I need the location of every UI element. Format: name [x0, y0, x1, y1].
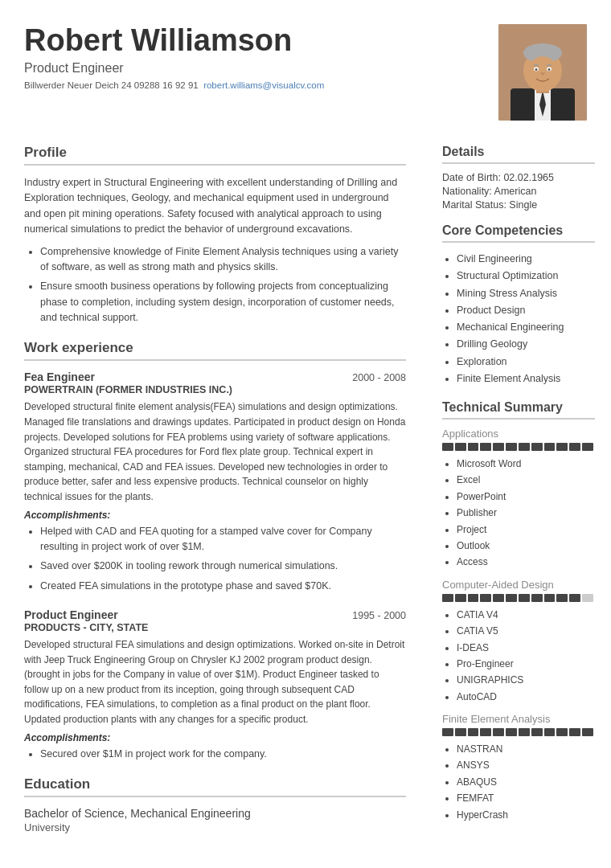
fea-dot-5 — [493, 728, 504, 736]
fea-2: ANSYS — [457, 757, 595, 773]
competency-4: Product Design — [457, 302, 595, 319]
profile-text: Industry expert in Structural Engineerin… — [24, 175, 406, 238]
job-2: Product Engineer 1995 - 2000 PRODUCTS - … — [24, 608, 406, 762]
dot-6 — [506, 443, 517, 451]
fea-dot-4 — [480, 728, 491, 736]
marital-status: Marital Status: Single — [442, 199, 595, 211]
app-5: Project — [457, 522, 595, 538]
applications-subtitle: Applications — [442, 428, 595, 440]
competency-list: Civil Engineering Structural Optimizatio… — [442, 251, 595, 387]
job-1-accomplishments-label: Accomplishments: — [24, 510, 406, 521]
fea-dot-7 — [519, 728, 530, 736]
education-degree: Bachelor of Science, Mechanical Engineer… — [24, 807, 406, 820]
candidate-name: Robert Williamson — [24, 24, 324, 58]
job-1-acc-3: Created FEA simulations in the prototype… — [40, 579, 406, 594]
cad-dot-2 — [455, 594, 466, 602]
cad-subtitle: Computer-Aided Design — [442, 579, 595, 591]
job-1-title: Fea Engineer — [24, 371, 95, 383]
fea-dot-11 — [569, 728, 580, 736]
fea-dot-9 — [544, 728, 556, 736]
dot-1 — [442, 443, 453, 451]
job-1-accomplishments: Helped with CAD and FEA quoting for a st… — [24, 524, 406, 595]
profile-bullet-1: Comprehensive knowledge of Finite Elemen… — [40, 244, 406, 276]
fea-5: HyperCrash — [457, 807, 595, 823]
details-section-title: Details — [442, 145, 595, 164]
cad-dot-9 — [544, 594, 556, 602]
fea-dot-3 — [468, 728, 479, 736]
cad-4: Pro-Engineer — [457, 656, 595, 672]
fea-dot-2 — [455, 728, 466, 736]
cad-dot-8 — [531, 594, 543, 602]
tech-summary-section-title: Technical Summary — [442, 400, 595, 420]
app-6: Outlook — [457, 538, 595, 554]
contact-info: Billwerder Neuer Deich 24 09288 16 92 91… — [24, 80, 324, 90]
resume: Robert Williamson Product Engineer Billw… — [0, 0, 611, 850]
app-1: Microsoft Word — [457, 456, 595, 472]
cad-6: AutoCAD — [457, 689, 595, 705]
dot-11 — [569, 443, 580, 451]
app-4: Publisher — [457, 505, 595, 521]
email-link[interactable]: robert.williams@visualcv.com — [203, 80, 324, 90]
cad-5: UNIGRAPHICS — [457, 672, 595, 688]
competency-5: Mechanical Engineering — [457, 319, 595, 336]
competency-8: Finite Element Analysis — [457, 371, 595, 387]
fea-subtitle: Finite Element Analysis — [442, 713, 595, 725]
job-2-accomplishments: Secured over $1M in project work for the… — [24, 747, 406, 762]
job-1-header: Fea Engineer 2000 - 2008 — [24, 371, 406, 383]
education-school: University — [24, 821, 406, 833]
job-2-company: PRODUCTS - CITY, STATE — [24, 622, 406, 633]
profile-bullets: Comprehensive knowledge of Finite Elemen… — [24, 244, 406, 326]
cad-dot-10 — [556, 594, 568, 602]
fea-dot-8 — [531, 728, 543, 736]
cad-dot-1 — [442, 594, 453, 602]
dot-8 — [531, 443, 543, 451]
fea-dot-12 — [582, 728, 593, 736]
header: Robert Williamson Product Engineer Billw… — [0, 0, 611, 137]
fea-dot-1 — [442, 728, 453, 736]
dot-4 — [480, 443, 491, 451]
work-section-title: Work experience — [24, 340, 406, 361]
education-section-title: Education — [24, 776, 406, 797]
app-7: Access — [457, 554, 595, 570]
job-2-acc-1: Secured over $1M in project work for the… — [40, 747, 406, 762]
dot-9 — [544, 443, 556, 451]
fea-1: NASTRAN — [457, 741, 595, 757]
dot-3 — [468, 443, 479, 451]
job-1-company: POWERTRAIN (FORMER INDUSTRIES INC.) — [24, 384, 406, 395]
cad-dot-5 — [493, 594, 504, 602]
fea-4: FEMFAT — [457, 790, 595, 806]
candidate-title: Product Engineer — [24, 61, 324, 76]
competency-3: Mining Stress Analysis — [457, 285, 595, 302]
dot-12 — [582, 443, 593, 451]
candidate-photo — [498, 24, 587, 121]
job-1-desc: Developed structural finite element anal… — [24, 399, 406, 504]
job-1-acc-1: Helped with CAD and FEA quoting for a st… — [40, 524, 406, 555]
cad-list: CATIA V4 CATIA V5 I-DEAS Pro-Engineer UN… — [442, 607, 595, 705]
cad-dot-11 — [569, 594, 580, 602]
competencies-section-title: Core Competencies — [442, 223, 595, 243]
job-2-title: Product Engineer — [24, 608, 118, 621]
details-block: Date of Birth: 02.02.1965 Nationality: A… — [442, 172, 595, 211]
cad-dot-4 — [480, 594, 491, 602]
app-2: Excel — [457, 472, 595, 488]
cad-dot-7 — [519, 594, 530, 602]
cad-dot-6 — [506, 594, 517, 602]
applications-list: Microsoft Word Excel PowerPoint Publishe… — [442, 456, 595, 571]
applications-skill-bar — [442, 443, 595, 451]
job-1-dates: 2000 - 2008 — [352, 372, 406, 383]
app-3: PowerPoint — [457, 489, 595, 505]
svg-point-12 — [548, 68, 551, 71]
cad-3: I-DEAS — [457, 640, 595, 656]
job-2-header: Product Engineer 1995 - 2000 — [24, 608, 406, 621]
cad-1: CATIA V4 — [457, 607, 595, 623]
svg-point-8 — [528, 56, 557, 88]
dot-2 — [455, 443, 466, 451]
job-2-desc: Developed structural FEA simulations and… — [24, 637, 406, 727]
fea-list: NASTRAN ANSYS ABAQUS FEMFAT HyperCrash — [442, 741, 595, 823]
cad-skill-bar — [442, 594, 595, 602]
job-2-accomplishments-label: Accomplishments: — [24, 732, 406, 743]
job-2-dates: 1995 - 2000 — [352, 610, 406, 621]
job-1-acc-2: Saved over $200K in tooling rework throu… — [40, 559, 406, 574]
nationality: Nationality: American — [442, 186, 595, 197]
profile-bullet-2: Ensure smooth business operations by fol… — [40, 279, 406, 326]
